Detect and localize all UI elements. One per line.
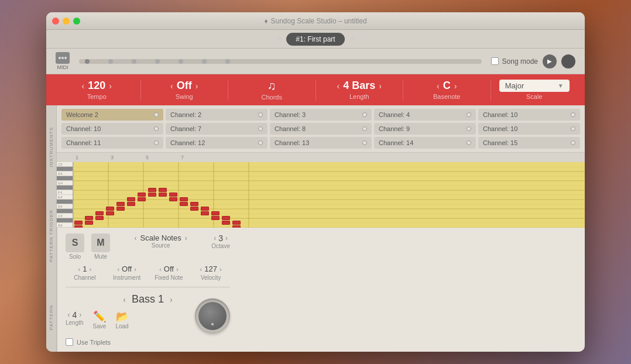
main-content: INSTRUMENTS PATTERN TRIGGER PATTERN Welc… [46, 105, 585, 352]
instrument-cell-10[interactable]: Channel: 11 [61, 137, 163, 149]
triplets-checkbox[interactable] [66, 338, 73, 346]
note-block [74, 225, 83, 228]
divider [316, 80, 316, 101]
octave-right-arrow[interactable]: › [225, 234, 228, 242]
timeline-markers [85, 59, 230, 64]
song-mode-checkbox[interactable] [491, 57, 499, 65]
piano-key-d4: D4 [57, 204, 73, 209]
length-left-arrow-p[interactable]: ‹ [67, 311, 70, 319]
channel-right-arrow[interactable]: › [89, 266, 91, 273]
record-button[interactable] [561, 54, 575, 68]
velocity-right-arrow[interactable]: › [220, 266, 222, 273]
velocity-label: Velocity [201, 274, 221, 281]
svg-point-2 [64, 57, 67, 59]
instrument-dot-12 [362, 140, 367, 145]
midi-icon [56, 52, 70, 64]
tempo-left-arrow[interactable]: ‹ [82, 81, 85, 91]
instrument-dot-6 [258, 126, 263, 131]
fixed-note-label: Fixed Note [155, 274, 183, 281]
fixed-note-left-arrow[interactable]: ‹ [159, 266, 162, 273]
velocity-left-arrow[interactable]: ‹ [200, 266, 203, 273]
note-block [106, 211, 114, 215]
note-block [159, 188, 167, 192]
fixed-note-value: Off [164, 265, 174, 273]
note-block [74, 221, 83, 225]
scale-dropdown-arrow: ▼ [558, 83, 564, 89]
note-block [169, 193, 177, 197]
midi-button[interactable]: MIDI [56, 52, 70, 70]
instrument-cell-12[interactable]: Channel: 13 [270, 137, 372, 149]
swing-right-arrow[interactable]: › [196, 81, 198, 91]
instrument-cell-13[interactable]: Channel: 14 [374, 137, 476, 149]
solo-label: Solo [69, 253, 81, 260]
bar-num-3: 3 [111, 154, 146, 160]
source-right-arrow[interactable]: › [185, 234, 187, 242]
tab-add-right-button[interactable]: + [349, 34, 355, 44]
bar-num-5: 5 [146, 154, 181, 160]
instrument-name-0: Welcome 2 [66, 111, 98, 118]
knob-area[interactable] [195, 298, 230, 334]
note-block [211, 211, 220, 215]
pattern-left-arrow[interactable]: ‹ [123, 295, 126, 304]
tab-bar: + #1: First part + [46, 30, 585, 49]
knob-inner [198, 302, 227, 330]
octave-value: 3 [218, 233, 223, 243]
note-block [148, 188, 156, 192]
tab-add-left-button[interactable]: + [276, 34, 282, 44]
tempo-right-arrow[interactable]: › [109, 81, 112, 91]
piano-keys: C5 A4 G4 F4 E4 D4 C4 [57, 162, 73, 228]
instrument-cell-5[interactable]: Channel: 10 [61, 123, 163, 135]
length-left-arrow[interactable]: ‹ [337, 81, 340, 91]
timeline-track[interactable] [79, 59, 482, 64]
instrument-cell-6[interactable]: Channel: 7 [166, 123, 268, 135]
swing-left-arrow[interactable]: ‹ [170, 81, 173, 91]
instrument-cell-9[interactable]: Channel: 10 [478, 123, 580, 135]
instrument-cell-3[interactable]: Channel: 4 [374, 109, 476, 121]
grid-area[interactable] [73, 162, 585, 228]
pattern-right-arrow[interactable]: › [170, 295, 173, 304]
fixed-note-right-arrow[interactable]: › [176, 266, 179, 273]
channel-ctrl: ‹ 1 › [78, 265, 92, 273]
instrument-name-12: Channel: 13 [275, 139, 309, 146]
instrument-cell-0[interactable]: Welcome 2 [61, 109, 163, 121]
note-block [127, 202, 135, 206]
length-right-arrow-p[interactable]: › [79, 311, 81, 319]
minimize-button[interactable] [63, 18, 70, 25]
instrument-name-10: Channel: 11 [66, 139, 101, 146]
instrument-cell-2[interactable]: Channel: 3 [270, 109, 372, 121]
timeline-marker [85, 59, 90, 64]
octave-left-arrow[interactable]: ‹ [214, 234, 216, 242]
play-button[interactable]: ▶ [543, 54, 557, 68]
instrument-dot-4 [571, 112, 575, 117]
maximize-button[interactable] [73, 18, 80, 25]
fixed-note-group: ‹ Off › Fixed Note [150, 265, 188, 281]
basenote-left-arrow[interactable]: ‹ [437, 81, 440, 91]
close-button[interactable] [52, 18, 59, 25]
note-block [190, 202, 198, 206]
note-block [138, 197, 146, 201]
instrument-right-arrow[interactable]: › [134, 266, 136, 273]
source-left-arrow[interactable]: ‹ [135, 234, 137, 242]
solo-button[interactable]: S [66, 233, 84, 252]
instrument-cell-11[interactable]: Channel: 12 [166, 137, 268, 149]
instrument-cell-7[interactable]: Channel: 8 [270, 123, 372, 135]
instrument-left-arrow[interactable]: ‹ [117, 266, 119, 273]
channel-left-arrow[interactable]: ‹ [78, 266, 81, 273]
instrument-cell-8[interactable]: Channel: 9 [374, 123, 476, 135]
length-right-arrow[interactable]: › [379, 81, 382, 91]
load-icon[interactable]: 📂 [116, 310, 129, 323]
basenote-right-arrow[interactable]: › [454, 81, 457, 91]
save-icon[interactable]: ✏️ [93, 310, 106, 323]
chords-section[interactable]: ♫ Chords [231, 79, 313, 101]
instrument-cell-14[interactable]: Channel: 15 [478, 137, 580, 149]
instrument-cell-4[interactable]: Channel: 10 [478, 109, 580, 121]
instrument-cell-1[interactable]: Channel: 2 [166, 109, 268, 121]
piano-key-b3 [57, 218, 73, 223]
note-block [201, 211, 209, 215]
basenote-value: C [443, 80, 451, 92]
mute-button[interactable]: M [91, 233, 110, 252]
solo-mute-row: S Solo M Mute ‹ Scale Notes › Source [66, 233, 230, 260]
divider [140, 80, 141, 101]
scale-dropdown[interactable]: Major ▼ [499, 80, 570, 92]
instrument-name-6: Channel: 7 [170, 125, 201, 132]
